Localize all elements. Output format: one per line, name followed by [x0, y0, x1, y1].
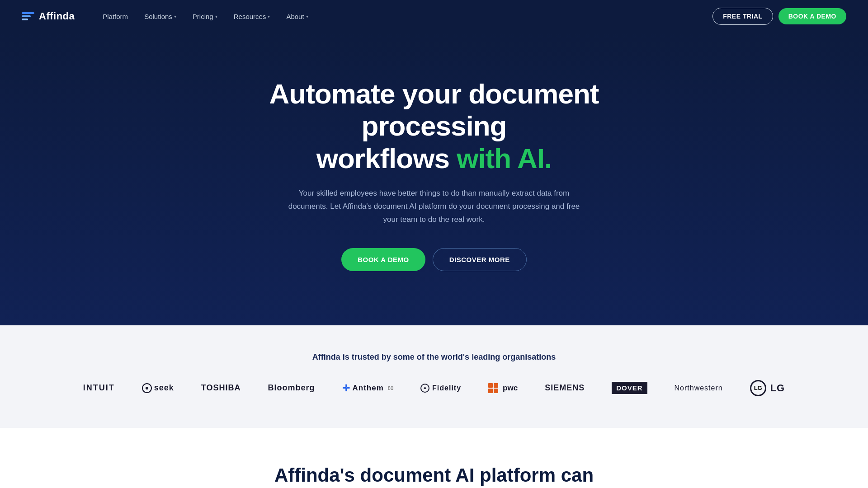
- nav-about[interactable]: About ▾: [280, 9, 314, 24]
- chevron-down-icon: ▾: [268, 14, 270, 19]
- list-item: pwc: [488, 383, 518, 393]
- trusted-title: Affinda is trusted by some of the world'…: [0, 352, 868, 362]
- book-demo-hero-button[interactable]: BOOK A DEMO: [341, 248, 425, 271]
- hero-buttons: BOOK A DEMO DISCOVER MORE: [22, 248, 846, 271]
- bottom-section: Affinda's document AI platform can read,…: [0, 428, 868, 488]
- intuit-logo: INTUIT: [83, 383, 115, 393]
- hero-headline: Automate your document processing workfl…: [231, 78, 637, 174]
- siemens-logo: SIEMENS: [545, 383, 585, 393]
- list-item: Bloomberg: [268, 383, 315, 393]
- anthem-cross-icon: ✛: [342, 383, 350, 394]
- discover-more-button[interactable]: DISCOVER MORE: [433, 248, 527, 271]
- pwc-block2: [494, 383, 498, 388]
- logo-link[interactable]: Affinda: [22, 10, 75, 22]
- anthem-tagline: 80: [388, 385, 393, 391]
- anthem-logo: Anthem: [353, 384, 384, 393]
- navbar: Affinda Platform Solutions ▾ Pricing ▾ R…: [0, 0, 868, 33]
- nav-pricing[interactable]: Pricing ▾: [186, 9, 224, 24]
- book-demo-nav-button[interactable]: BOOK A DEMO: [778, 8, 846, 24]
- seek-icon: [142, 383, 152, 393]
- nav-actions: FREE TRIAL BOOK A DEMO: [712, 8, 846, 25]
- nav-solutions[interactable]: Solutions ▾: [138, 9, 183, 24]
- lg-circle-icon: LG: [750, 380, 766, 396]
- lg-logo: LG: [770, 382, 785, 394]
- northwestern-logo: Northwestern: [675, 384, 723, 392]
- pwc-logo: pwc: [503, 384, 518, 393]
- bottom-headline: Affinda's document AI platform can read,…: [262, 464, 606, 488]
- pwc-block1: [488, 383, 493, 388]
- chevron-down-icon: ▾: [306, 14, 308, 19]
- trusted-section: Affinda is trusted by some of the world'…: [0, 325, 868, 428]
- dover-logo: DOVER: [612, 382, 647, 394]
- pwc-blocks: [488, 383, 498, 393]
- free-trial-button[interactable]: FREE TRIAL: [712, 8, 773, 25]
- logos-row: INTUIT seek TOSHIBA Bloomberg ✛ Anthem 8…: [0, 380, 868, 396]
- nav-platform[interactable]: Platform: [96, 9, 134, 24]
- nav-resources[interactable]: Resources ▾: [227, 9, 277, 24]
- fidelity-icon: [420, 384, 429, 393]
- fidelity-logo: Fidelity: [432, 384, 461, 392]
- list-item: LG LG: [750, 380, 785, 396]
- nav-links: Platform Solutions ▾ Pricing ▾ Resources…: [96, 9, 712, 24]
- hero-section: Automate your document processing workfl…: [0, 33, 868, 325]
- chevron-down-icon: ▾: [174, 14, 176, 19]
- list-item: ✛ Anthem 80: [342, 383, 394, 394]
- list-item: INTUIT: [83, 383, 115, 393]
- list-item: TOSHIBA: [201, 383, 241, 393]
- pwc-block3: [488, 389, 493, 393]
- logo-icon: [22, 12, 34, 20]
- list-item: DOVER: [612, 382, 647, 394]
- chevron-down-icon: ▾: [215, 14, 217, 19]
- hero-description: Your skilled employees have better thing…: [280, 187, 588, 226]
- pwc-block4: [494, 389, 498, 393]
- logo-text: Affinda: [39, 10, 75, 22]
- list-item: Northwestern: [675, 384, 723, 392]
- toshiba-logo: TOSHIBA: [201, 383, 241, 393]
- list-item: SIEMENS: [545, 383, 585, 393]
- bloomberg-logo: Bloomberg: [268, 383, 315, 393]
- seek-logo: seek: [154, 383, 174, 393]
- list-item: Fidelity: [420, 384, 461, 393]
- list-item: seek: [142, 383, 174, 393]
